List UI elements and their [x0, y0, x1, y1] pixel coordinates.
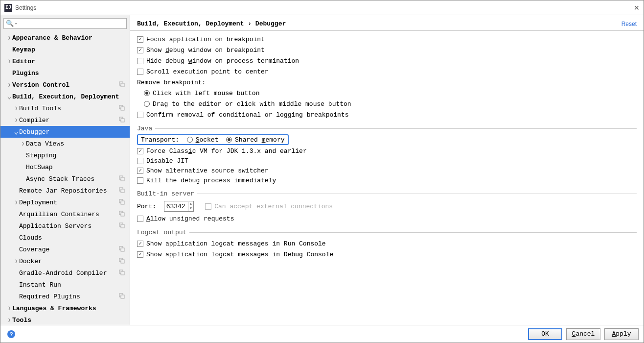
scroll-center-checkbox[interactable] [137, 69, 143, 75]
reset-link[interactable]: Reset [621, 21, 637, 27]
titlebar: IJ Settings ✕ [0, 0, 644, 15]
disable-jit-label: Disable JIT [146, 157, 188, 165]
cancel-button[interactable]: Cancel [566, 328, 600, 340]
tree-item-hotswap[interactable]: HotSwap [0, 161, 130, 173]
accept-external-label: Can accept external connections [214, 203, 333, 210]
tree-item-build-execution-deployment[interactable]: ⌄Build, Execution, Deployment [0, 91, 130, 102]
project-scope-icon [119, 222, 126, 230]
port-down-icon[interactable]: ▼ [188, 206, 193, 211]
transport-socket-radio[interactable] [187, 137, 193, 143]
tree-item-data-views[interactable]: ❯Data Views [0, 138, 130, 149]
tree-item-coverage[interactable]: Coverage [0, 244, 130, 255]
search-input[interactable]: 🔍 ▾ [3, 18, 127, 29]
tree-arrow-icon[interactable]: ❯ [6, 305, 12, 311]
tree-item-label: Clouds [19, 234, 119, 242]
ok-button[interactable]: OK [528, 328, 562, 340]
port-input[interactable] [164, 203, 188, 210]
tree-arrow-icon[interactable]: ❯ [6, 317, 12, 323]
svg-rect-3 [121, 107, 124, 110]
port-spinner[interactable]: ▲▼ [164, 201, 194, 212]
help-icon[interactable]: ? [7, 330, 15, 338]
transport-shared-radio[interactable] [226, 137, 232, 143]
sidebar: 🔍 ▾ ❯Appearance & BehaviorKeymap❯EditorP… [0, 15, 130, 325]
disable-jit-checkbox[interactable] [137, 158, 143, 164]
logcat-debug-label: Show application logcat messages in Debu… [146, 251, 333, 258]
confirm-removal-checkbox[interactable] [137, 112, 143, 118]
tree-item-label: Application Servers [19, 222, 119, 230]
tree-arrow-icon[interactable]: ❯ [6, 82, 12, 88]
remove-drag-radio[interactable] [144, 101, 150, 107]
tree-item-appearance-behavior[interactable]: ❯Appearance & Behavior [0, 32, 130, 44]
tree-item-remote-jar-repositories[interactable]: Remote Jar Repositories [0, 185, 130, 196]
tree-item-version-control[interactable]: ❯Version Control [0, 79, 130, 91]
svg-rect-21 [121, 271, 124, 275]
tree-item-plugins[interactable]: Plugins [0, 67, 130, 79]
allow-unsigned-checkbox[interactable] [137, 216, 143, 222]
tree-item-debugger[interactable]: ⌄Debugger [0, 126, 130, 138]
tree-item-deployment[interactable]: ❯Deployment [0, 196, 130, 208]
port-up-icon[interactable]: ▲ [188, 202, 193, 206]
tree-item-label: Gradle-Android Compiler [19, 270, 119, 277]
tree-item-application-servers[interactable]: Application Servers [0, 220, 130, 232]
main-panel: Build, Execution, Deployment › Debugger … [130, 15, 644, 325]
tree-item-build-tools[interactable]: ❯Build Tools [0, 102, 130, 114]
tree-item-arquillian-containers[interactable]: Arquillian Containers [0, 208, 130, 220]
transport-label: Transport: [141, 136, 179, 144]
tree-item-languages-frameworks[interactable]: ❯Languages & Frameworks [0, 302, 130, 314]
tree-item-label: Build Tools [19, 105, 119, 112]
show-debug-window-checkbox[interactable] [137, 47, 143, 53]
tree-item-label: Remote Jar Repositories [19, 187, 119, 195]
svg-rect-1 [121, 83, 124, 87]
tree-item-clouds[interactable]: Clouds [0, 232, 130, 244]
tree-item-instant-run[interactable]: Instant Run [0, 279, 130, 291]
tree-arrow-icon[interactable]: ❯ [6, 58, 12, 64]
tree-item-stepping[interactable]: Stepping [0, 149, 130, 161]
tree-arrow-icon[interactable]: ❯ [13, 117, 19, 123]
logcat-run-checkbox[interactable] [137, 241, 143, 247]
tree-arrow-icon[interactable]: ❯ [13, 258, 19, 264]
tree-item-label: Languages & Frameworks [12, 305, 119, 312]
tree-item-label: Tools [12, 317, 119, 324]
tree-arrow-icon[interactable]: ⌄ [6, 95, 12, 98]
kill-process-label: Kill the debug process immediately [146, 177, 276, 184]
tree-arrow-icon[interactable]: ⌄ [13, 130, 19, 134]
accept-external-checkbox[interactable] [205, 203, 211, 210]
focus-breakpoint-checkbox[interactable] [137, 36, 143, 43]
hide-debug-window-label: Hide debug window on process termination [146, 57, 299, 65]
tree-item-keymap[interactable]: Keymap [0, 44, 130, 55]
force-classic-vm-checkbox[interactable] [137, 148, 143, 154]
breadcrumb: Build, Execution, Deployment › Debugger [137, 20, 621, 27]
hide-debug-window-checkbox[interactable] [137, 58, 143, 64]
chevron-down-icon[interactable]: ▾ [15, 21, 17, 26]
logcat-run-label: Show application logcat messages in Run … [146, 240, 326, 247]
tree-item-required-plugins[interactable]: Required Plugins [0, 291, 130, 302]
project-scope-icon [119, 117, 126, 124]
remove-drag-label: Drag to the editor or click with middle … [153, 100, 351, 108]
alt-source-checkbox[interactable] [137, 168, 143, 174]
tree-item-tools[interactable]: ❯Tools [0, 314, 130, 325]
tree-item-editor[interactable]: ❯Editor [0, 55, 130, 67]
tree-arrow-icon[interactable]: ❯ [6, 35, 12, 41]
allow-unsigned-label: Allow unsigned requests [146, 215, 234, 222]
tree-item-docker[interactable]: ❯Docker [0, 255, 130, 267]
tree-arrow-icon[interactable]: ❯ [13, 105, 19, 111]
footer: ? OK Cancel Apply [0, 325, 644, 343]
project-scope-icon [119, 270, 126, 277]
port-label: Port: [137, 203, 156, 210]
server-section-title: Built-in server [137, 190, 194, 197]
tree-item-gradle-android-compiler[interactable]: Gradle-Android Compiler [0, 267, 130, 279]
close-icon[interactable]: ✕ [634, 4, 640, 12]
tree-item-label: Required Plugins [19, 293, 119, 300]
tree-item-async-stack-traces[interactable]: Async Stack Traces [0, 173, 130, 185]
kill-process-checkbox[interactable] [137, 177, 143, 184]
apply-button[interactable]: Apply [604, 328, 639, 340]
alt-source-label: Show alternative source switcher [146, 167, 269, 174]
logcat-debug-checkbox[interactable] [137, 251, 143, 258]
tree-item-compiler[interactable]: ❯Compiler [0, 114, 130, 126]
tree-arrow-icon[interactable]: ❯ [20, 141, 26, 147]
remove-left-click-radio[interactable] [144, 90, 150, 96]
tree-item-label: Data Views [26, 140, 119, 147]
tree-item-label: Async Stack Traces [26, 175, 119, 183]
svg-rect-9 [121, 189, 124, 193]
tree-arrow-icon[interactable]: ❯ [13, 199, 19, 205]
